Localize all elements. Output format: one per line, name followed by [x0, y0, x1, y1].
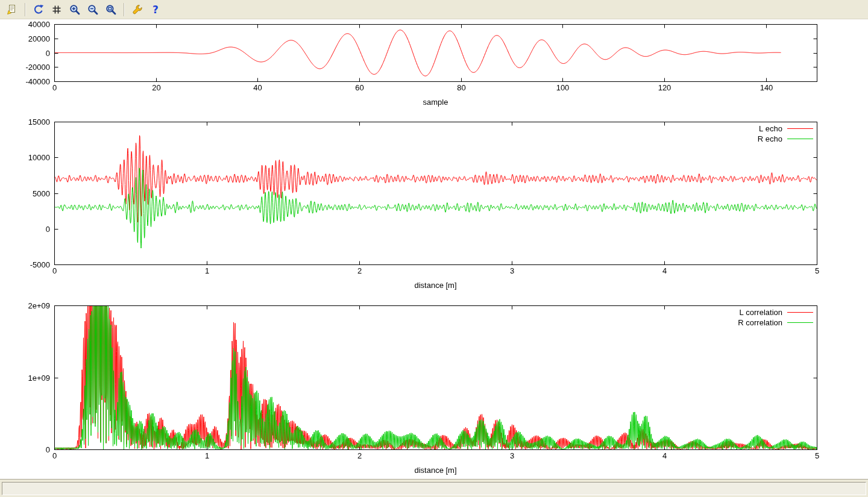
echo-plot-canvas[interactable] [0, 114, 868, 299]
zoom-out-icon [87, 4, 99, 16]
toggle-grid-button[interactable] [48, 2, 64, 17]
grid-icon [51, 4, 63, 16]
svg-text:?: ? [153, 4, 159, 16]
replot-button[interactable] [30, 2, 46, 17]
status-bar [0, 479, 868, 497]
signal-plot-canvas[interactable] [0, 19, 868, 114]
zoom-in-icon [69, 4, 81, 16]
gnuplot-window: ? [0, 0, 868, 497]
toolbar-separator [124, 3, 124, 16]
replot-icon [33, 4, 45, 16]
zoom-autoscale-icon [105, 4, 117, 16]
wrench-icon [131, 4, 143, 16]
configure-button[interactable] [129, 2, 145, 17]
toolbar: ? [0, 0, 868, 19]
plot-area [0, 19, 868, 479]
autoscale-button[interactable] [102, 2, 119, 17]
status-text [2, 482, 866, 495]
help-icon: ? [149, 4, 162, 16]
toolbar-separator [25, 3, 25, 16]
copy-to-clipboard-button[interactable] [4, 2, 20, 17]
copy-clipboard-icon [6, 4, 18, 16]
help-button[interactable]: ? [147, 2, 163, 17]
zoom-out-button[interactable] [84, 2, 101, 17]
correlation-plot-canvas[interactable] [0, 299, 868, 479]
zoom-in-button[interactable] [66, 2, 83, 17]
